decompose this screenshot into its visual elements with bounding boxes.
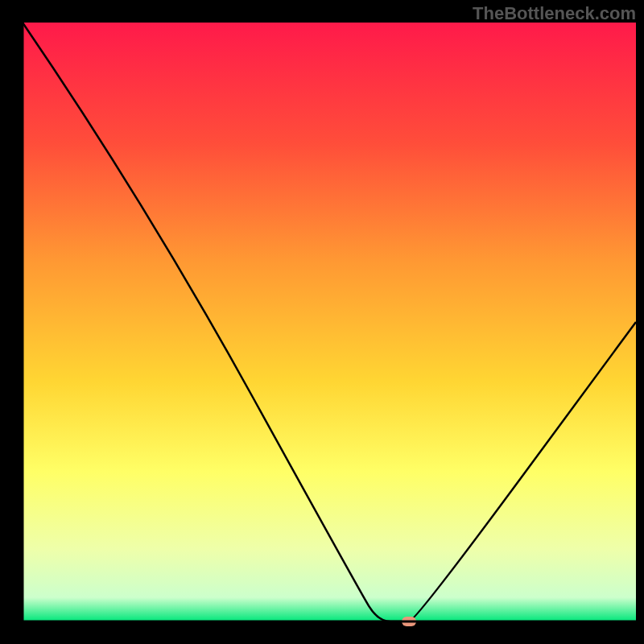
chart-svg <box>0 0 644 644</box>
watermark-text: TheBottleneck.com <box>473 3 636 24</box>
plot-background <box>23 23 636 621</box>
bottleneck-chart: TheBottleneck.com <box>0 0 644 644</box>
